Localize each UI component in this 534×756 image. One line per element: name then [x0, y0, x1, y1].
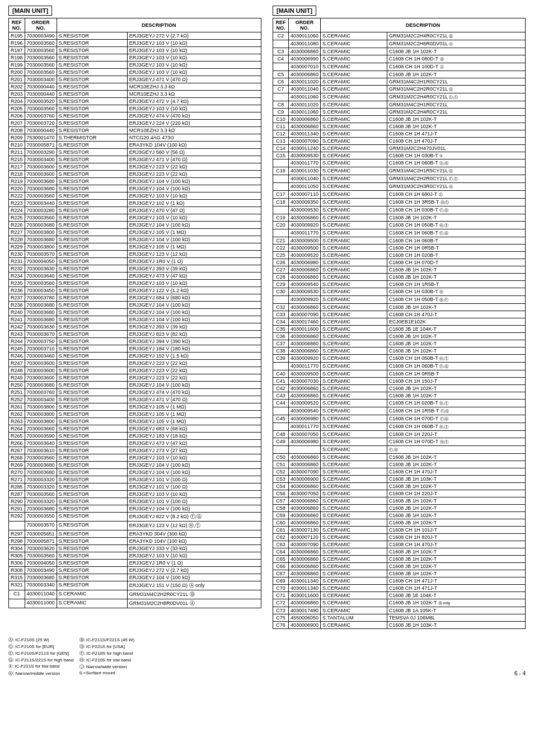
table-row: R224 7030003280 S.RESISTOR ERJ3GEYJ 470 …: [9, 207, 261, 214]
order-no: 4030011340: [289, 577, 321, 585]
type: S.CERAMIC: [321, 86, 387, 93]
columns-wrapper: [MAIN UNIT] REFNO. ORDERNO. DESCRIPTION …: [8, 6, 526, 629]
order-no: 7030003560: [25, 62, 57, 69]
table-row: C5 4030006860 S.CERAMIC C1608 JB 1H 102K…: [273, 71, 526, 78]
type: S.RESISTOR: [57, 294, 127, 302]
ref-no: C20: [273, 222, 289, 229]
type: S.RESISTOR: [57, 462, 127, 469]
type: S.RESISTOR: [57, 214, 127, 222]
type: S.CERAMIC: [321, 191, 387, 199]
type: S.CERAMIC: [57, 599, 127, 608]
table-row: C43 4030006860 S.CERAMIC C1608 JB 1H 102…: [273, 392, 526, 400]
order-no: 4030007120: [289, 534, 321, 541]
ref-no: C7: [273, 86, 289, 93]
ref-no: R268: [9, 454, 25, 462]
order-no: 7030003560: [25, 491, 57, 498]
table-row: R240 7030003680 S.RESISTOR ERJ3GEYJ 104 …: [9, 309, 261, 316]
desc: C1608 CH 1H 1R5B-T: [387, 281, 525, 288]
order-no: 7530001470: [25, 134, 57, 142]
ref-no: R209: [9, 134, 25, 142]
type: S.RESISTOR: [57, 76, 127, 83]
type: S.CERAMIC: [321, 281, 387, 288]
ref-no: C70: [273, 585, 289, 592]
desc: C1608 JB 1H 102K-T: [387, 556, 525, 563]
ref-no: C19: [273, 214, 289, 222]
desc: C1608 JB 1H 102K-T: [387, 385, 525, 392]
order-no: 7030003640: [25, 440, 57, 447]
footer-note-f: Ⓕ: IC-F210S for high band: [79, 650, 145, 656]
type: S.CERAMIC: [57, 590, 127, 599]
ref-no: R244: [9, 338, 25, 345]
type: S.CERAMIC: [321, 318, 387, 326]
table-row: C34 4030017460 S.CERAMIC ECJ0EB1E102K: [273, 318, 526, 326]
table-row: C10 4030006860 S.CERAMIC C1608 JB 1H 102…: [273, 116, 526, 123]
table-row: C51 4030006860 S.CERAMIC C1608 JB 1H 102…: [273, 461, 526, 468]
order-no: 4030006860: [289, 304, 321, 311]
order-no: 7030003670: [25, 331, 57, 338]
type: S.CERAMIC: [321, 534, 387, 541]
left-table-section: [MAIN UNIT] REFNO. ORDERNO. DESCRIPTION …: [8, 6, 261, 608]
type: S.RESISTOR: [57, 32, 127, 40]
ref-no: C72: [273, 599, 289, 607]
table-row: R210 7030005871 S.RESISTOR ERA3YKD 104V …: [9, 142, 261, 149]
desc: ERJ3GEYJ 105 V (1 MΩ): [127, 418, 261, 425]
table-row: R290 7030003320 S.RESISTOR ERJ3GEYJ 101 …: [9, 498, 261, 505]
table-row: R305 7030003560 S.RESISTOR ERJ3GEYJ 103 …: [9, 552, 261, 560]
order-no: 7030005871: [25, 142, 57, 149]
ref-no: C4: [273, 55, 289, 63]
ref-no: [273, 93, 289, 101]
table-row: C69 4030011340 S.CERAMIC C1608 CH 1H 471…: [273, 577, 526, 585]
table-row: R271 7030003320 S.RESISTOR ERJ3GEYJ 101 …: [9, 476, 261, 483]
order-no: 4030009520: [289, 400, 321, 407]
order-no: 4030006860: [289, 71, 321, 78]
table-row: R269 7030003680 S.RESISTOR ERJ3GEYJ 104 …: [9, 462, 261, 469]
desc: ERJ3GEYJ 183 V (18 kΩ): [127, 433, 261, 440]
desc: C1608 JB 1H 102K-T: [387, 214, 525, 222]
table-row: R215 7030003400 S.RESISTOR ERJ3GEYJ 471 …: [9, 156, 261, 163]
order-no: 4030009920: [289, 222, 321, 229]
desc: ERJ3GEYJ 473 V (47 kΩ): [127, 273, 261, 280]
ref-no: R262: [9, 411, 25, 418]
table-row: R261 7030003800 S.RESISTOR ERJ3GEYJ 105 …: [9, 403, 261, 411]
order-no: 4030006860: [289, 461, 321, 468]
table-row: R251 7030003760 S.RESISTOR ERJ3GEYJ 474 …: [9, 389, 261, 396]
order-no: 4030006860: [289, 454, 321, 461]
desc: C1608 CH 1H 060B-T Ⓕ,Ⓖ: [387, 363, 525, 370]
order-no: 4030007130: [289, 527, 321, 534]
type: S.CERAMIC: [321, 392, 387, 400]
type: S.RESISTOR: [57, 323, 127, 331]
order-no: 4030006860: [289, 340, 321, 348]
table-row: R226 7030003680 S.RESISTOR ERJ3GEYJ 104 …: [9, 222, 261, 229]
type: S.CERAMIC: [321, 214, 387, 222]
table-row: R228 7030003680 S.RESISTOR ERJ3GEYJ 104 …: [9, 236, 261, 243]
table-row: C32 4030006860 S.CERAMIC C1608 JB 1H 102…: [273, 304, 526, 311]
type: S.RESISTOR: [57, 513, 127, 522]
type: S.CERAMIC: [321, 288, 387, 296]
type: S.RESISTOR: [57, 222, 127, 229]
table-row: R234 7030003640 S.RESISTOR ERJ3GEYJ 473 …: [9, 273, 261, 280]
type: S.RESISTOR: [57, 178, 127, 185]
table-row: C67 4030006860 S.CERAMIC C1608 JB 1H 102…: [273, 570, 526, 577]
ref-no: [273, 296, 289, 304]
type: S.RESISTOR: [57, 389, 127, 396]
ref-no: R198: [9, 54, 25, 62]
desc: ERJ3GEYJ 104 V (100 kΩ): [127, 382, 261, 389]
type: S.CERAMIC: [321, 304, 387, 311]
ref-no: C26: [273, 259, 289, 266]
table-row: C66 4030006860 S.CERAMIC C1608 JB 1H 102…: [273, 563, 526, 570]
desc: C1608 CH 1H 150J-T: [387, 378, 525, 385]
type: S.CERAMIC: [321, 78, 387, 86]
order-no: 4030006860: [289, 599, 321, 607]
order-no: 4030011240: [289, 145, 321, 152]
order-no: 4030011020: [289, 101, 321, 109]
table-row: C58 4030006860 S.CERAMIC C1608 JB 1H 102…: [273, 505, 526, 512]
order-no: 4030006860: [289, 348, 321, 355]
type: S.RESISTOR: [57, 374, 127, 382]
ref-no: R201: [9, 76, 25, 83]
desc: GRM31M4C2H1R5CY21L Ⓖ: [387, 167, 525, 175]
order-no: 7030003750: [25, 338, 57, 345]
table-row: R196 7030003560 S.RESISTOR ERJ3GEYJ 103 …: [9, 40, 261, 47]
type: S.RESISTOR: [57, 574, 127, 581]
desc: ERJ3GEYJ 223 V (22 kΩ): [127, 171, 261, 178]
type: S.RESISTOR: [57, 127, 127, 134]
